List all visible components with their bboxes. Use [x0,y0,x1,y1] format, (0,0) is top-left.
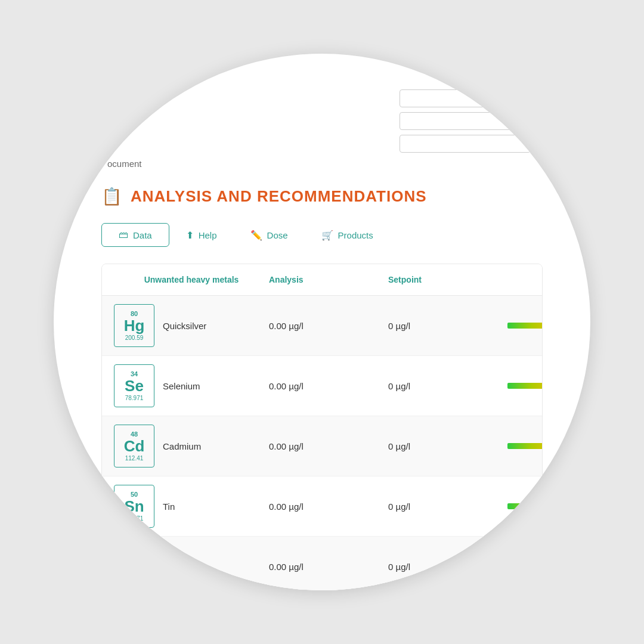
setpoint-sb: 0 µg/l [388,562,507,572]
element-cell-se: 34 Se 78.971 Selenium [114,364,269,407]
indicator-cd: ▲ [507,443,543,449]
element-name-hg: Quicksilver [163,321,206,331]
table-row: 34 Se 78.971 Selenium 0.00 µg/l 0 µg/l ▲ [102,356,542,416]
indicator-sn: ▲ [507,503,543,509]
input-field-1[interactable] [400,89,531,107]
document-label: ocument [101,159,543,169]
gradient-bar-sn [507,503,543,509]
element-symbol: Hg [124,317,145,335]
gradient-bar-sb [507,564,543,569]
table-row: 50 Sn 118.71 Tin 0.00 µg/l 0 µg/l ▲ [102,476,542,537]
setpoint-se: 0 µg/l [388,381,507,391]
dose-icon: ✏️ [250,230,262,241]
setpoint-sn: 0 µg/l [388,501,507,512]
element-card-sb: 51 Sb 121.76 [114,545,154,588]
element-symbol: Sb [124,558,144,575]
col-header-elements: Unwanted heavy metals [114,275,269,284]
analysis-sn: 0.00 µg/l [269,501,388,512]
indicator-sb: ▲ [507,564,543,569]
data-icon: 🗃 [119,230,128,240]
top-inputs [400,89,531,153]
element-card-sn: 50 Sn 118.71 [114,485,154,528]
element-symbol: Se [125,377,144,395]
element-name-sn: Tin [163,501,175,512]
nav-tabs: 🗃 Data ⬆ Help ✏️ Dose 🛒 Products [101,223,543,247]
element-symbol: Sn [124,498,144,515]
element-card-hg: 80 Hg 200.59 [114,304,154,347]
element-cell-cd: 48 Cd 112.41 Cadmium [114,425,269,467]
data-table: Unwanted heavy metals Analysis Setpoint … [101,264,543,590]
setpoint-cd: 0 µg/l [388,441,507,451]
col-header-indicator [507,275,530,284]
indicator-wrapper-sn: ▲ [507,503,543,509]
element-weight: 200.59 [125,335,144,341]
element-card-cd: 48 Cd 112.41 [114,425,154,467]
analysis-sb: 0.00 µg/l [269,562,388,572]
col-header-analysis: Analysis [269,275,388,284]
top-bar [101,89,543,153]
analysis-hg: 0.00 µg/l [269,321,388,331]
element-symbol: Cd [124,438,145,455]
setpoint-hg: 0 µg/l [388,321,507,331]
element-cell-hg: 80 Hg 200.59 Quicksilver [114,304,269,347]
indicator-wrapper-cd: ▲ [507,443,543,449]
input-field-3[interactable] [400,135,531,153]
element-weight: 118.71 [125,515,144,522]
indicator-wrapper-hg: ▲ [507,323,543,329]
indicator-wrapper-sb: ▲ [507,564,543,569]
tab-products[interactable]: 🛒 Products [305,224,390,247]
section-header: 📋 ANALYSIS AND RECOMMENDATIONS [101,187,543,206]
element-cell-sb: 51 Sb 121.76 Antimony [114,545,269,588]
tab-dose[interactable]: ✏️ Dose [234,224,305,247]
element-card-se: 34 Se 78.971 [114,364,154,407]
element-name-sb: Antimony [163,562,200,572]
gradient-bar-se [507,383,543,389]
input-field-2[interactable] [400,112,531,130]
help-icon: ⬆ [186,230,194,241]
element-weight: 112.41 [125,455,144,462]
gradient-bar-hg [507,323,543,329]
tab-data[interactable]: 🗃 Data [101,223,169,247]
content-area: ocument 📋 ANALYSIS AND RECOMMENDATIONS 🗃… [54,54,590,590]
element-name-cd: Cadmium [163,441,201,451]
element-name-se: Selenium [163,381,200,391]
main-circle: ocument 📋 ANALYSIS AND RECOMMENDATIONS 🗃… [54,54,590,590]
table-row: 80 Hg 200.59 Quicksilver 0.00 µg/l 0 µg/… [102,296,542,356]
indicator-wrapper-se: ▲ [507,383,543,389]
gradient-bar-cd [507,443,543,449]
col-header-setpoint: Setpoint [388,275,507,284]
analysis-se: 0.00 µg/l [269,381,388,391]
table-row: 48 Cd 112.41 Cadmium 0.00 µg/l 0 µg/l ▲ [102,416,542,476]
tab-help[interactable]: ⬆ Help [169,224,234,247]
analysis-cd: 0.00 µg/l [269,441,388,451]
table-header: Unwanted heavy metals Analysis Setpoint [102,264,542,296]
products-icon: 🛒 [321,230,333,241]
section-title: ANALYSIS AND RECOMMENDATIONS [131,187,427,206]
indicator-se: ▲ [507,383,543,389]
element-cell-sn: 50 Sn 118.71 Tin [114,485,269,528]
indicator-hg: ▲ [507,323,543,329]
element-weight: 121.76 [125,575,144,582]
element-weight: 78.971 [125,395,144,401]
section-icon: 📋 [101,187,122,206]
table-row: 51 Sb 121.76 Antimony 0.00 µg/l 0 µg/l ▲ [102,537,542,590]
